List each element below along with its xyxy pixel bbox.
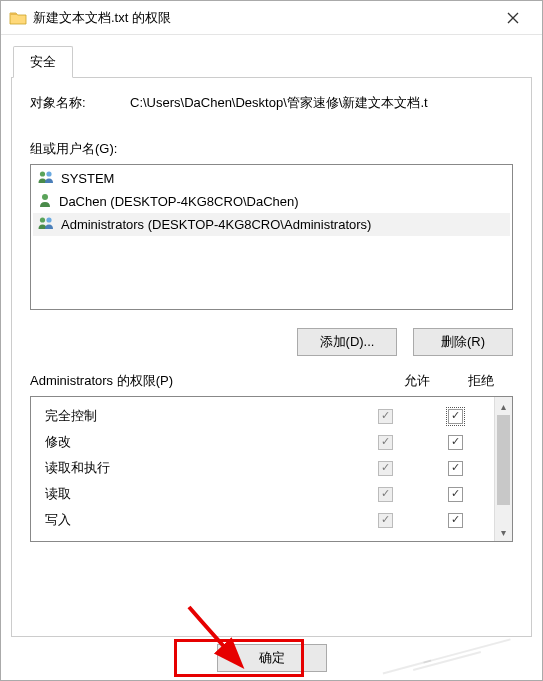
col-deny-header: 拒绝 [449,372,513,390]
svg-point-0 [40,171,45,176]
close-button[interactable] [492,4,534,32]
tab-panel: 对象名称: C:\Users\DaChen\Desktop\管家速修\新建文本文… [11,77,532,637]
permission-name: 完全控制 [45,407,350,425]
permission-row: 修改 [45,429,490,455]
deny-checkbox[interactable] [448,409,463,424]
scroll-up-arrow[interactable]: ▴ [495,397,512,415]
remove-button[interactable]: 删除(R) [413,328,513,356]
permission-name: 写入 [45,511,350,529]
ok-button[interactable]: 确定 [217,644,327,672]
permission-row: 读取和执行 [45,455,490,481]
content-area: 安全 对象名称: C:\Users\DaChen\Desktop\管家速修\新建… [1,35,542,680]
folder-icon [9,9,27,27]
permissions-listbox: 完全控制修改读取和执行读取写入 ▴ ▾ [30,396,513,542]
allow-cell [350,461,420,476]
deny-cell [420,409,490,424]
list-item-label: DaChen (DESKTOP-4KG8CRO\DaChen) [59,194,299,209]
list-item[interactable]: DaChen (DESKTOP-4KG8CRO\DaChen) [33,190,510,213]
svg-point-3 [40,217,45,222]
add-button[interactable]: 添加(D)... [297,328,397,356]
allow-checkbox[interactable] [378,435,393,450]
window-frame: 新建文本文档.txt 的权限 安全 对象名称: C:\Users\DaChen\… [0,0,543,681]
permission-name: 读取 [45,485,350,503]
deny-cell [420,461,490,476]
object-name-label: 对象名称: [30,94,130,112]
deny-cell [420,513,490,528]
svg-point-2 [42,194,48,200]
list-item-label: SYSTEM [61,171,114,186]
allow-checkbox[interactable] [378,409,393,424]
permission-row: 写入 [45,507,490,533]
object-name-value: C:\Users\DaChen\Desktop\管家速修\新建文本文档.t [130,94,513,112]
deny-cell [420,487,490,502]
scroll-thumb[interactable] [497,415,510,505]
allow-cell [350,487,420,502]
list-item[interactable]: Administrators (DESKTOP-4KG8CRO\Administ… [33,213,510,236]
scrollbar[interactable]: ▴ ▾ [494,397,512,541]
allow-cell [350,513,420,528]
deny-cell [420,435,490,450]
allow-checkbox[interactable] [378,461,393,476]
list-item[interactable]: SYSTEM [33,167,510,190]
tab-header: 安全 [11,45,532,77]
group-icon [37,215,55,234]
deny-checkbox[interactable] [448,461,463,476]
window-title: 新建文本文档.txt 的权限 [33,9,492,27]
svg-point-1 [46,171,51,176]
user-icon [37,192,53,211]
deny-checkbox[interactable] [448,487,463,502]
tab-security[interactable]: 安全 [13,46,73,78]
permission-name: 修改 [45,433,350,451]
deny-checkbox[interactable] [448,435,463,450]
svg-point-4 [46,217,51,222]
deny-checkbox[interactable] [448,513,463,528]
permission-name: 读取和执行 [45,459,350,477]
permission-row: 完全控制 [45,403,490,429]
allow-checkbox[interactable] [378,487,393,502]
list-item-label: Administrators (DESKTOP-4KG8CRO\Administ… [61,217,371,232]
titlebar: 新建文本文档.txt 的权限 [1,1,542,35]
allow-checkbox[interactable] [378,513,393,528]
col-allow-header: 允许 [385,372,449,390]
groups-listbox[interactable]: SYSTEMDaChen (DESKTOP-4KG8CRO\DaChen)Adm… [30,164,513,310]
scroll-down-arrow[interactable]: ▾ [495,523,512,541]
allow-cell [350,409,420,424]
groups-label: 组或用户名(G): [30,140,513,158]
permission-row: 读取 [45,481,490,507]
group-icon [37,169,55,188]
permissions-label: Administrators 的权限(P) [30,372,385,390]
allow-cell [350,435,420,450]
